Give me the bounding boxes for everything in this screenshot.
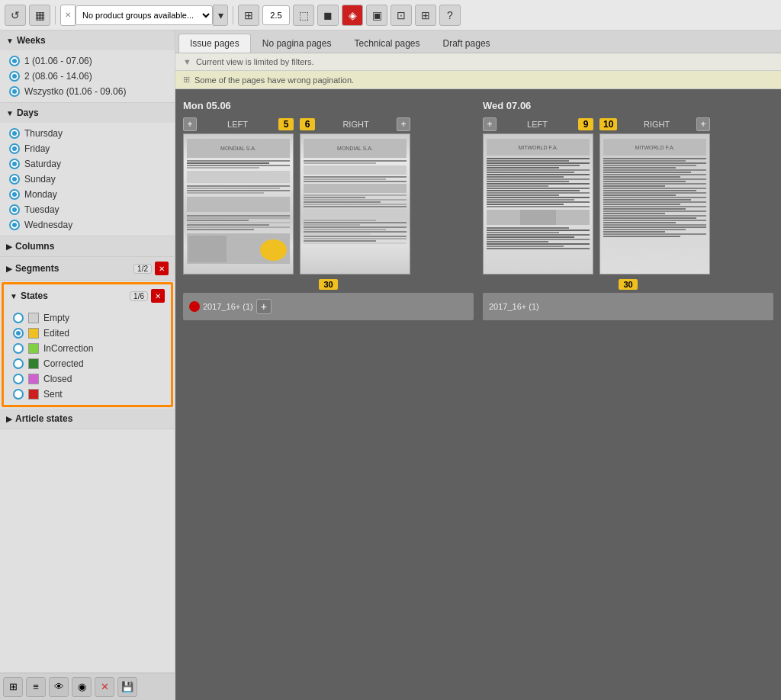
state-edited[interactable]: Edited	[4, 326, 171, 341]
warning-bar: ⊞ Some of the pages have wrong paginatio…	[175, 71, 781, 89]
sidebar-bottom-btn2[interactable]: ≡	[26, 677, 46, 697]
page-10-thumbnail[interactable]: MITWORLD F.A.	[599, 133, 710, 275]
state-sent[interactable]: Sent	[4, 387, 171, 402]
content-area: Issue pages No pagina pages Technical pa…	[175, 31, 781, 700]
state-corrected-color	[28, 358, 39, 369]
product-groups-select[interactable]: No product groups available...	[76, 5, 213, 25]
day-sun-radio[interactable]	[9, 174, 20, 185]
sidebar-bottom-btn4[interactable]: ◉	[72, 677, 92, 697]
day-thu-radio[interactable]	[9, 128, 20, 139]
issue-add-btn-1[interactable]: +	[256, 299, 272, 314]
wednesday-group: Wed 07.06 + LEFT 9	[483, 97, 773, 275]
day-wednesday[interactable]: Wednesday	[0, 217, 175, 233]
monday-group: Mon 05.06 + LEFT 5	[183, 97, 474, 275]
segments-clear-button[interactable]: ✕	[155, 262, 169, 275]
states-clear-button[interactable]: ✕	[151, 289, 165, 303]
columns-header[interactable]: ▶ Columns	[0, 236, 175, 256]
week-2-radio[interactable]	[9, 71, 20, 82]
day-mon-radio[interactable]	[9, 189, 20, 200]
states-header[interactable]: ▼ States 1/6 ✕	[4, 284, 171, 307]
day-fri-label: Friday	[24, 143, 50, 154]
article-states-header[interactable]: ▶ Article states	[0, 409, 175, 429]
page-9-header: + LEFT 9	[483, 117, 593, 131]
toolbar-icon3[interactable]: ◈	[342, 5, 363, 26]
main-layout: ▼ Weeks 1 (01.06 - 07.06) 2 (08.06 - 14.…	[0, 31, 781, 700]
toolbar-icon2[interactable]: ◼	[317, 5, 339, 26]
page-6-container: 6 RIGHT + MONDIAL S.A.	[300, 117, 410, 275]
day-monday[interactable]: Monday	[0, 187, 175, 202]
state-closed-radio[interactable]	[13, 374, 24, 384]
day-fri-radio[interactable]	[9, 143, 20, 154]
tab-technical-pages[interactable]: Technical pages	[342, 34, 431, 53]
toolbar-icon4[interactable]: ▣	[366, 5, 387, 26]
toolbar-icon1[interactable]: ⬚	[293, 5, 314, 26]
grid-view-button[interactable]: ⊞	[238, 5, 259, 26]
page-6-thumbnail[interactable]: MONDIAL S.A.	[300, 133, 410, 275]
week-3-radio[interactable]	[9, 86, 20, 97]
day-saturday[interactable]: Saturday	[0, 156, 175, 172]
page-9-add-before[interactable]: +	[483, 117, 497, 131]
sidebar-bottom-btn3[interactable]: 👁	[49, 677, 69, 697]
day-tuesday[interactable]: Tuesday	[0, 202, 175, 217]
layout-button[interactable]: ▦	[29, 5, 50, 26]
wednesday-issues: 30 2017_16+ (1)	[483, 279, 773, 320]
weeks-header[interactable]: ▼ Weeks	[0, 31, 175, 50]
page-5-label: LEFT	[224, 120, 251, 129]
sidebar-bottom-btn1[interactable]: ⊞	[3, 677, 23, 697]
page-6-add-after[interactable]: +	[397, 117, 410, 131]
page-9-thumbnail[interactable]: MITWORLD F.A.	[483, 133, 593, 275]
week-1-radio[interactable]	[9, 56, 20, 66]
sidebar-bottom-btn6[interactable]: 💾	[117, 677, 137, 697]
sidebar-bottom-btn5[interactable]: ✕	[95, 677, 114, 697]
state-incorrection[interactable]: InCorrection	[4, 341, 171, 356]
days-header[interactable]: ▼ Days	[0, 103, 175, 123]
tab-issue-pages[interactable]: Issue pages	[178, 34, 251, 53]
state-empty[interactable]: Empty	[4, 310, 171, 326]
day-thursday[interactable]: Thursday	[0, 126, 175, 141]
zoom-input[interactable]	[262, 5, 290, 25]
refresh-button[interactable]: ↺	[5, 5, 26, 26]
state-sent-radio[interactable]	[13, 389, 24, 400]
page-6-num: 6	[300, 118, 315, 130]
week-2-label: 2 (08.06 - 14.06)	[24, 71, 92, 82]
state-empty-label: Empty	[43, 313, 69, 323]
page-5-thumbnail[interactable]: MONDIAL S.A.	[183, 133, 294, 275]
day-tue-radio[interactable]	[9, 204, 20, 215]
state-corrected-radio[interactable]	[13, 358, 24, 369]
columns-label: Columns	[15, 241, 54, 252]
product-close-btn[interactable]: ✕	[60, 5, 76, 26]
page-5-add-before[interactable]: +	[183, 117, 197, 131]
state-edited-radio[interactable]	[13, 328, 24, 339]
product-dropdown-btn[interactable]: ▾	[213, 5, 228, 26]
state-corrected[interactable]: Corrected	[4, 356, 171, 371]
day-sat-radio[interactable]	[9, 159, 20, 169]
page-5-content: MONDIAL S.A.	[184, 134, 293, 274]
state-closed[interactable]: Closed	[4, 371, 171, 387]
week-item-1[interactable]: 1 (01.06 - 07.06)	[0, 53, 175, 69]
page-10-lines: MITWORLD F.A.	[600, 134, 709, 242]
state-empty-radio[interactable]	[13, 313, 24, 323]
segments-header[interactable]: ▶ Segments 1/2 ✕	[0, 257, 175, 280]
states-badge: 1/6	[130, 291, 148, 301]
toolbar-icon6[interactable]: ⊞	[415, 5, 436, 26]
state-incorrection-label: InCorrection	[43, 343, 93, 354]
page-10-add-after[interactable]: +	[696, 117, 710, 131]
days-chevron: ▼	[6, 109, 14, 117]
tab-no-pagina[interactable]: No pagina pages	[251, 34, 343, 53]
day-sat-label: Saturday	[24, 159, 61, 169]
week-item-3[interactable]: Wszystko (01.06 - 09.06)	[0, 84, 175, 99]
filter-icon: ▼	[183, 57, 191, 66]
week-item-2[interactable]: 2 (08.06 - 14.06)	[0, 69, 175, 84]
help-button[interactable]: ?	[439, 5, 461, 26]
page-6-header: 6 RIGHT +	[300, 117, 410, 131]
state-incorrection-radio[interactable]	[13, 343, 24, 354]
day-friday[interactable]: Friday	[0, 141, 175, 156]
toolbar-icon5[interactable]: ⊡	[390, 5, 412, 26]
tab-draft-pages[interactable]: Draft pages	[432, 34, 502, 53]
day-wed-radio[interactable]	[9, 220, 20, 230]
week-3-label: Wszystko (01.06 - 09.06)	[24, 86, 126, 97]
day-sunday[interactable]: Sunday	[0, 172, 175, 187]
days-section: ▼ Days Thursday Friday Saturday	[0, 103, 175, 236]
page-9-content: MITWORLD F.A.	[484, 134, 593, 274]
weeks-section: ▼ Weeks 1 (01.06 - 07.06) 2 (08.06 - 14.…	[0, 31, 175, 103]
